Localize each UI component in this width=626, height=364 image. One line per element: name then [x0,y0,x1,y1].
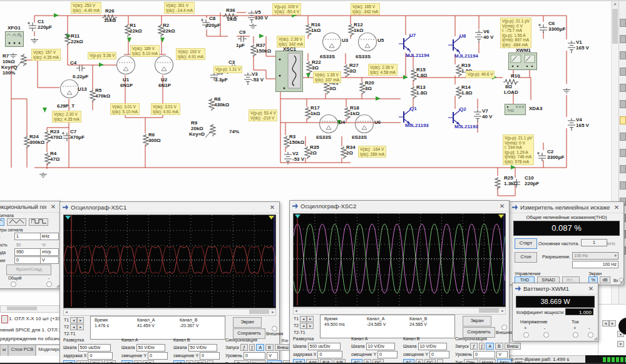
bode-plotter-icon[interactable] [620,100,626,108]
screen-button[interactable]: Экран [463,316,491,326]
scroll-left-icon[interactable]: ◄ [294,308,298,313]
scroll-right-icon[interactable]: ► [271,310,275,315]
component-ref-r20[interactable]: R20 [365,80,374,86]
component-symbol-r25[interactable] [494,177,501,192]
component-value-v3[interactable]: -53 V [252,77,264,83]
titlebar[interactable]: Измеритель нелинейных искажений-XDA3 ✕ [510,202,623,213]
component-value-v5[interactable]: 330 V [255,15,268,21]
component-ref-c8[interactable]: C8 [209,16,215,21]
component-ref-r24[interactable]: R24 [29,134,39,139]
db-button[interactable]: dB [600,276,610,283]
probe-annotation[interactable]: V(dc): 2.30 VI(dc): 4.35 mA [52,111,81,123]
component-ref-r26[interactable]: R26 [105,8,115,14]
probe-annotation[interactable]: V(dc): 189 VI(dc): 5.10 mA [130,45,160,57]
multimeter-icon[interactable] [620,19,626,27]
schematic-label[interactable]: 100% [3,70,15,76]
component-value-c8[interactable]: 220µF [206,23,220,28]
titlebar[interactable]: Функциональный генерато... ✕ [0,201,60,213]
component-symbol-c1[interactable] [28,21,38,35]
component-ref-u3[interactable]: U3 [342,38,348,43]
start-button[interactable]: Старт [515,238,537,249]
component-symbol-v7[interactable] [473,109,482,124]
component-symbol-c2[interactable] [537,151,547,165]
trigger-b-button[interactable]: B [265,344,274,351]
component-value-q1[interactable]: MJL21193 [405,123,429,128]
iv-analyzer-icon[interactable] [620,181,626,190]
component-symbol-u1[interactable] [116,54,136,79]
probe-annotation[interactable]: V(dc): 1.35 VI(dc): 337 mA [313,71,341,83]
component-value-u2[interactable]: 6N1P [158,83,171,88]
component-ref-u5[interactable]: U5 [377,38,384,43]
probe-annotation[interactable]: V(dc): 157 VI(dc): 4.35 mA [31,49,61,61]
component-value-r15[interactable]: 1.8Ω [416,73,428,78]
component-ref-u8[interactable]: U8 [459,33,466,39]
scroll-down-icon[interactable]: ▼ [617,341,624,347]
results-hscrollbar[interactable] [0,305,60,313]
channel-b-offset-input[interactable]: 0 [200,352,220,360]
component-value-r14[interactable]: 1.8Ω [461,90,473,96]
oscilloscope-icon[interactable] [620,68,626,76]
frequency-counter-icon[interactable] [620,116,626,124]
common-terminal[interactable] [11,281,16,287]
wattmeter-icon[interactable] [620,51,626,59]
scope-scrollbar[interactable]: ◄ ► [63,309,276,316]
component-ref-u7[interactable]: U7 [409,33,416,38]
component-ref-v3[interactable]: V3 [252,71,258,77]
component-value-c7[interactable]: 470µF [70,134,85,140]
component-ref-c1[interactable]: C1 [38,19,44,24]
component-value-c4[interactable]: 0.22µF [73,74,88,79]
logic-analyzer-icon[interactable] [620,165,626,173]
function-generator-icon[interactable] [620,35,626,43]
screen-button[interactable]: Экран [233,317,262,328]
component-value-r13[interactable]: 1.8Ω [416,90,428,96]
t2-right-icon[interactable]: ► [307,323,314,329]
i-plus-terminal[interactable] [573,332,578,338]
component-ref-r10[interactable]: R10 [511,73,520,79]
component-ref-r16[interactable]: R16 [311,22,321,28]
resize-grip[interactable]: ◢ [620,280,623,285]
component-ref-c4[interactable]: C4 [70,60,76,66]
probe-annotation[interactable]: V(dc): 301 VI(dc): -14.4 mA [164,2,195,14]
stop-button[interactable]: Стоп [515,252,537,263]
probe-annotation[interactable]: V(dc): 2.36 VI(dc): 4.58 mA [368,64,398,76]
component-ref-r13[interactable]: R13 [416,84,426,90]
scope-scrollbar[interactable]: ◄ ► [293,308,506,315]
component-ref-r34[interactable]: R34 [346,144,356,150]
component-value-c9[interactable]: 1µF [236,43,245,48]
square-wave-button[interactable] [29,218,48,226]
component-value-c2[interactable]: 3300µF [547,154,564,160]
probe-annotation[interactable]: V(p-p): 1.31 V [213,66,242,73]
component-symbol-c4[interactable] [76,63,85,74]
component-value-r24[interactable]: 300kΩ [29,139,44,145]
component-value-r37[interactable]: 150kΩ [256,48,271,54]
component-symbol-xwm1[interactable] [508,53,537,73]
component-ref-r18[interactable]: R18 [350,105,359,111]
component-ref-r11[interactable]: R11 [71,33,80,39]
amplitude-unit[interactable]: mVp [40,248,59,256]
amplitude-input[interactable]: 950 [14,248,41,256]
probe-annotation[interactable]: V(dc): 253 VI(dc): -4.40 mA [71,2,101,14]
component-ref-r5[interactable]: R5 [95,88,101,93]
component-value-c6[interactable]: 3300µF [548,26,565,32]
component-value-r7[interactable]: 10kΩ [3,59,15,64]
component-value-r10[interactable]: 8Ω [505,84,512,89]
component-value-r22[interactable]: 3Ω [312,65,319,71]
component-ref-r35[interactable]: R35 [310,144,319,150]
component-ref-c3[interactable]: C3 [228,59,235,65]
edge-button[interactable]: Фронт/Спад [6,265,51,275]
falling-edge-button[interactable]: ʃ [479,343,485,350]
sine-wave-button[interactable] [0,218,4,226]
logic-converter-icon[interactable] [620,149,626,157]
channel-a-scale-input[interactable]: 10 V/Div [366,343,395,350]
close-icon[interactable]: ✕ [587,284,595,293]
component-ref-c6[interactable]: C6 [548,21,555,26]
close-icon[interactable]: ✕ [268,203,277,212]
tab-pcb-layers[interactable]: Слои PCB [8,345,36,356]
trigger-a-button[interactable]: A [256,344,264,351]
component-value-r16[interactable]: 1kΩ [311,28,321,33]
component-symbol-v2[interactable] [284,152,292,167]
component-value-r2[interactable]: 22kΩ [163,28,175,34]
component-value-c5[interactable]: 3.3µF [215,77,228,83]
component-ref-r37[interactable]: R37 [256,43,265,48]
component-value-c10[interactable]: 220pF [525,181,539,186]
